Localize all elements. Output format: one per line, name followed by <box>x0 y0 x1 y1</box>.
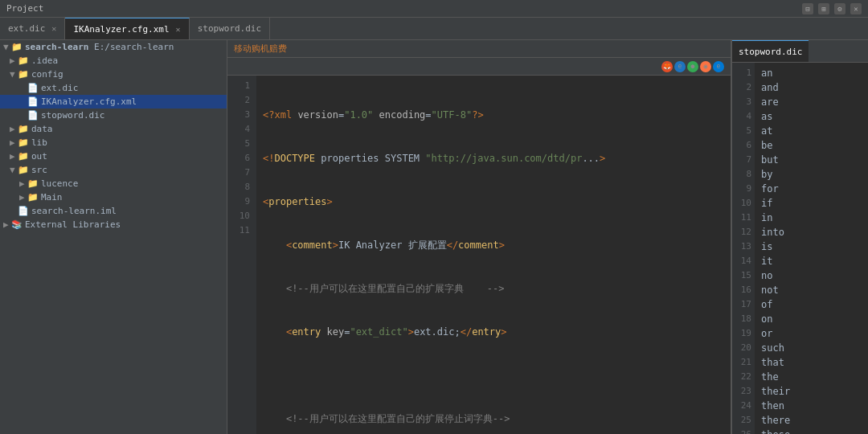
line-num-6: 6 <box>234 151 250 166</box>
tab-ik-analyzer-label: IKAnalyzer.cfg.xml <box>73 24 169 35</box>
tab-ext-dic-label: ext.dic <box>8 23 45 34</box>
sidebar-item-extlibs-label: External Libraries <box>25 219 121 230</box>
sidebar-item-data[interactable]: ▶ 📁 data <box>0 122 227 136</box>
tab-ik-analyzer-close[interactable]: ✕ <box>176 25 181 34</box>
config-arrow-icon: ▼ <box>10 69 18 80</box>
ikanalyzer-arrow-placeholder <box>19 96 27 107</box>
firefox-icon[interactable]: 🦊 <box>661 61 673 72</box>
extdic-file-icon: 📄 <box>27 83 39 93</box>
line-num-8: 8 <box>234 180 250 194</box>
stopword-word-13: is <box>761 240 862 254</box>
sidebar-item-main[interactable]: ▶ 📁 Main <box>0 190 227 204</box>
code-line-5: <!--用户可以在这里配置自己的扩展字典 --> <box>263 281 724 296</box>
stopword-content: an and are as at be but by for if in int… <box>755 63 868 434</box>
stopword-word-14: it <box>761 254 862 268</box>
stopword-file-icon: 📄 <box>27 110 39 121</box>
code-line-3: <properties> <box>263 194 724 209</box>
close-icon[interactable]: ✕ <box>850 3 862 14</box>
sidebar-item-src-label: src <box>31 165 47 175</box>
line-numbers: 1 2 3 4 5 6 7 8 9 10 11 <box>227 76 256 434</box>
sidebar-item-lucence[interactable]: ▶ 📁 lucence <box>0 177 227 190</box>
sidebar-item-stopword[interactable]: 📄 stopword.dic <box>0 108 227 122</box>
sidebar-root-label: search-learn E:/search-learn <box>25 42 174 52</box>
tab-stopword-dic-label: stopword.dic <box>198 23 261 34</box>
stopword-word-22: the <box>761 370 862 384</box>
stopword-line-numbers: 1 2 3 4 5 6 7 8 9 10 11 12 13 14 15 16 1 <box>732 63 755 434</box>
line-num-5: 5 <box>234 137 250 151</box>
sidebar-item-iml-label: search-learn.iml <box>31 206 117 216</box>
stopword-word-6: be <box>761 138 862 153</box>
stopword-word-16: not <box>761 283 862 297</box>
line-num-1: 1 <box>234 79 250 93</box>
sidebar-item-lucence-label: lucence <box>41 178 78 189</box>
stopword-arrow-placeholder <box>19 110 27 121</box>
sidebar-item-main-label: Main <box>41 192 63 203</box>
main-folder-icon: 📁 <box>27 192 39 203</box>
stopword-word-12: into <box>761 225 862 240</box>
idea-folder-icon: 📁 <box>18 55 29 66</box>
sidebar-item-idea[interactable]: ▶ 📁 .idea <box>0 54 227 68</box>
line-num-3: 3 <box>234 108 250 122</box>
idea-arrow-icon: ▶ <box>10 55 18 66</box>
stopword-word-25: there <box>761 413 862 428</box>
tab-stopword[interactable]: stopword.dic <box>732 40 809 62</box>
code-line-7 <box>263 368 724 383</box>
sidebar-item-src[interactable]: ▼ 📁 src <box>0 163 227 177</box>
sidebar-root[interactable]: ▼ 📁 search-learn E:/search-learn <box>0 40 227 54</box>
tab-stopword-dic[interactable]: stopword.dic <box>190 18 270 39</box>
sidebar-item-ikanalyzer[interactable]: 📄 IKAnalyzer.cfg.xml <box>0 95 227 108</box>
stopword-word-23: their <box>761 384 862 399</box>
tab-ext-dic-close[interactable]: ✕ <box>51 24 56 33</box>
tab-ext-dic[interactable]: ext.dic ✕ <box>0 18 65 39</box>
sidebar-item-iml[interactable]: 📄 search-learn.iml <box>0 204 227 218</box>
line-num-4: 4 <box>234 122 250 137</box>
sidebar-item-out[interactable]: ▶ 📁 out <box>0 149 227 163</box>
stopword-editor-group: stopword.dic 1 2 3 4 5 6 7 8 9 10 11 12 <box>731 40 868 434</box>
sidebar-item-lib[interactable]: ▶ 📁 lib <box>0 136 227 149</box>
ie-icon[interactable]: e <box>674 61 686 72</box>
editor-area: 移动购机赔费 🦊 e ● ◉ e 1 2 3 4 <box>227 40 868 434</box>
code-line-1: <?xml version="1.0" encoding="UTF-8"?> <box>263 108 724 122</box>
root-folder-icon: 📁 <box>11 42 23 52</box>
breadcrumb-text: 移动购机赔费 <box>234 43 287 55</box>
line-num-10: 10 <box>234 209 250 223</box>
safari-icon[interactable]: ◉ <box>700 61 711 72</box>
title-bar-icons: ⊟ ⊞ ⚙ ✕ <box>802 3 862 14</box>
config-folder-icon: 📁 <box>18 69 29 80</box>
data-arrow-icon: ▶ <box>10 124 18 134</box>
sidebar-item-config-label: config <box>31 69 63 80</box>
maximize-icon[interactable]: ⊞ <box>818 3 829 14</box>
sidebar-item-extdic[interactable]: 📄 ext.dic <box>0 81 227 95</box>
stopword-word-1: an <box>761 66 862 80</box>
browser-icons: 🦊 e ● ◉ e <box>661 61 724 72</box>
breadcrumb-bar: 移动购机赔费 <box>227 40 731 58</box>
stopword-editor[interactable]: 1 2 3 4 5 6 7 8 9 10 11 12 13 14 15 16 1 <box>732 63 868 434</box>
sidebar-item-ikanalyzer-label: IKAnalyzer.cfg.xml <box>41 96 137 107</box>
minimize-icon[interactable]: ⊟ <box>802 3 813 14</box>
ikanalyzer-file-icon: 📄 <box>27 96 39 107</box>
main-code-pane: 移动购机赔费 🦊 e ● ◉ e 1 2 3 4 <box>227 40 731 434</box>
edge-icon[interactable]: e <box>713 61 724 72</box>
stopword-word-26: these <box>761 428 862 434</box>
code-editor[interactable]: 1 2 3 4 5 6 7 8 9 10 11 <?xml version="1… <box>227 76 731 434</box>
code-content[interactable]: <?xml version="1.0" encoding="UTF-8"?> <… <box>256 76 731 434</box>
chrome-icon[interactable]: ● <box>687 61 698 72</box>
main-layout: ▼ 📁 search-learn E:/search-learn ▶ 📁 .id… <box>0 40 868 434</box>
tab-ik-analyzer[interactable]: IKAnalyzer.cfg.xml ✕ <box>65 18 189 39</box>
stopword-word-9: for <box>761 182 862 196</box>
code-line-4: <comment>IK Analyzer 扩展配置</comment> <box>263 238 724 252</box>
stopword-word-19: or <box>761 326 862 341</box>
sidebar-item-config[interactable]: ▼ 📁 config <box>0 68 227 81</box>
sidebar-item-extdic-label: ext.dic <box>41 83 78 93</box>
out-folder-icon: 📁 <box>18 151 29 162</box>
code-line-6: <entry key="ext_dict">ext.dic;</entry> <box>263 325 724 339</box>
stopword-word-10: if <box>761 196 862 211</box>
tab-bar: ext.dic ✕ IKAnalyzer.cfg.xml ✕ stopword.… <box>0 18 868 40</box>
settings-icon[interactable]: ⚙ <box>834 3 845 14</box>
lucence-folder-icon: 📁 <box>27 178 39 189</box>
sidebar-item-data-label: data <box>31 124 53 134</box>
src-arrow-icon: ▼ <box>10 165 18 175</box>
stopword-word-5: at <box>761 124 862 138</box>
root-arrow-icon: ▼ <box>3 42 11 52</box>
sidebar-item-extlibs[interactable]: ▶ 📚 External Libraries <box>0 218 227 231</box>
